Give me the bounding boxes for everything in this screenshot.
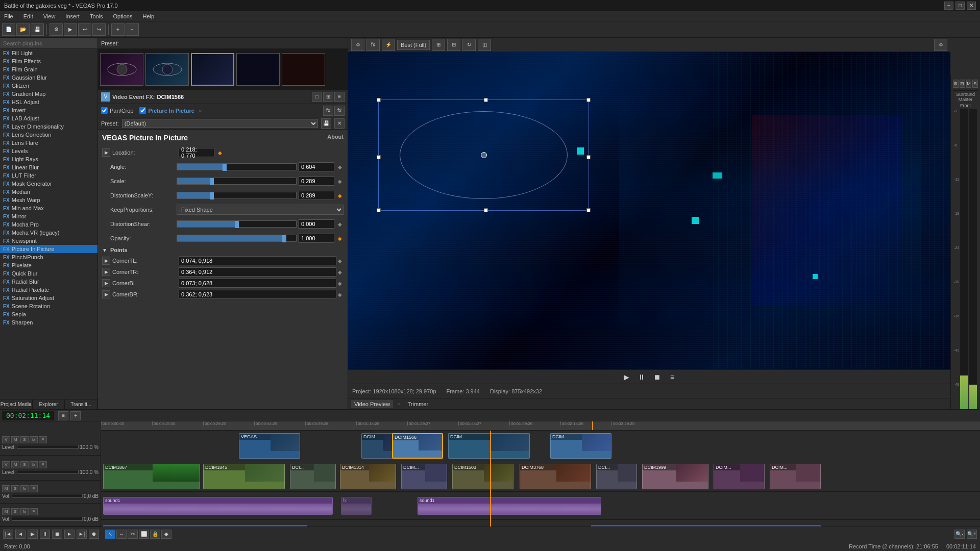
corner-bl-value[interactable]: 0,073; 0,628 (179, 279, 336, 288)
tl-marker-btn[interactable]: ◆ (161, 530, 172, 539)
pip-about[interactable]: About (327, 134, 344, 142)
timeline-add-track-btn[interactable]: + (70, 411, 81, 420)
plugin-fill-light[interactable]: FXFill Light (0, 49, 97, 57)
plugin-levels[interactable]: FXLevels (0, 147, 97, 155)
preview-split-btn[interactable]: ◫ (478, 39, 491, 51)
plugin-pixelate[interactable]: FXPixelate (0, 261, 97, 269)
tl-zoom-out[interactable]: 🔍- (954, 530, 965, 539)
angle-slider[interactable] (177, 163, 297, 170)
clip-dcim1845[interactable]: DCIM1845 (203, 464, 285, 489)
fx-edit-btn[interactable]: fx (334, 106, 345, 116)
pip-handle-tr[interactable] (586, 98, 591, 102)
plugin-light-rays[interactable]: FXLight Rays (0, 155, 97, 163)
plugin-radial-blur[interactable]: FXRadial Blur (0, 278, 97, 286)
scale-keyframe[interactable]: ◆ (336, 178, 344, 185)
tab-video-preview[interactable]: Video Preview (351, 400, 393, 408)
plugin-sharpen[interactable]: FXSharpen (0, 318, 97, 327)
plugin-saturation[interactable]: FXSaturation Adjust (0, 294, 97, 302)
plugin-invert[interactable]: FXInvert (0, 106, 97, 114)
audio-1-more[interactable]: ≡ (30, 485, 38, 492)
audio-1-fx[interactable]: fx (20, 485, 29, 492)
tl-pause-btn[interactable]: ⏸ (40, 530, 50, 539)
dsy-slider-thumb[interactable] (210, 192, 214, 199)
fx-thumb-5[interactable] (282, 53, 325, 86)
surround-btn-3[interactable]: M (966, 80, 972, 88)
plugin-mesh-warp[interactable]: FXMesh Warp (0, 196, 97, 204)
tab-explorer[interactable]: Explorer (33, 399, 65, 409)
track-2-lock[interactable]: S (20, 461, 29, 468)
scale-value[interactable]: 0,289 (299, 177, 334, 186)
plugin-gaussian-blur[interactable]: FXGaussian Blur (0, 73, 97, 82)
zoom-in-button[interactable]: + (111, 23, 125, 36)
plugin-gradient-map[interactable]: FXGradient Map (0, 90, 97, 98)
plugin-mocha-pro[interactable]: FXMocha Pro (0, 220, 97, 229)
audio-2-solo[interactable]: S (11, 508, 19, 515)
op-value[interactable]: 1,000 (299, 234, 334, 243)
corner-br-value[interactable]: 0,362; 0,623 (179, 290, 336, 299)
plugin-lens-flare[interactable]: FXLens Flare (0, 139, 97, 147)
menu-file[interactable]: File (2, 12, 15, 20)
audio-1-mute[interactable]: M (2, 485, 10, 492)
audio-2-fx[interactable]: fx (20, 508, 29, 515)
menu-edit[interactable]: Edit (21, 12, 35, 20)
audio-1-solo[interactable]: S (11, 485, 19, 492)
plugin-scene-rotation[interactable]: FXScene Rotation (0, 302, 97, 310)
fx-keyframe-btn[interactable]: fx (323, 106, 333, 116)
audio-2-vol-slider[interactable] (12, 517, 83, 521)
clip-dci1[interactable]: DCI... (290, 464, 336, 489)
preview-grid-btn[interactable]: ⊞ (432, 39, 445, 51)
tl-next-mark[interactable]: ►| (77, 530, 87, 539)
fx-chain-btn-3[interactable]: ≡ (334, 92, 345, 102)
preview-fx-btn[interactable]: fx (366, 39, 380, 51)
plugin-lens-correction[interactable]: FXLens Correction (0, 131, 97, 139)
plugin-mirror[interactable]: FXMirror (0, 212, 97, 220)
fx-thumb-1[interactable] (100, 53, 143, 86)
audio-clip-fx1[interactable]: fx (341, 497, 372, 515)
pip-selection-box[interactable] (378, 99, 589, 211)
plugin-radial-pixelate[interactable]: FXRadial Pixelate (0, 286, 97, 294)
render-button[interactable]: ▶ (64, 23, 77, 36)
track-1-mute[interactable]: V (2, 436, 10, 443)
track-2-more[interactable]: ≡ (39, 461, 47, 468)
clip-dcim-end1[interactable]: DCIM... (714, 464, 765, 489)
plugin-quick-blur[interactable]: FXQuick Blur (0, 269, 97, 278)
tl-record-btn[interactable]: ⏺ (89, 530, 99, 539)
ds-slider[interactable] (177, 220, 297, 228)
track-2-mute[interactable]: V (2, 461, 10, 468)
location-keyframe[interactable]: ◆ (216, 149, 224, 156)
pip-handle-ml[interactable] (377, 155, 381, 159)
corner-tl-expand[interactable]: ▶ (102, 257, 110, 265)
audio-clip-sound1-2[interactable]: sound1 (418, 497, 601, 515)
plugin-lab-adjust[interactable]: FXLAB Adjust (0, 114, 97, 122)
tl-next-frame[interactable]: ► (64, 530, 75, 539)
pip-handle-mr[interactable] (586, 155, 591, 159)
preview-loop-btn[interactable]: ↻ (462, 39, 476, 51)
audio-clip-song2[interactable]: song (591, 525, 821, 527)
menu-view[interactable]: View (41, 12, 58, 20)
plugin-hsl-adjust[interactable]: FXHSL Adjust (0, 98, 97, 106)
clip-dcim1566[interactable]: DCIM1566 (392, 433, 443, 459)
tab-trimmer[interactable]: Trimmer (405, 400, 432, 408)
op-slider[interactable] (177, 235, 297, 242)
track-2-level-slider[interactable] (17, 470, 79, 474)
pip-handle-bc[interactable] (484, 208, 488, 212)
plugin-mocha-vr[interactable]: FXMocha VR (legacy) (0, 229, 97, 237)
track-2-fx[interactable]: fx (30, 461, 38, 468)
tl-prev-mark[interactable]: |◄ (3, 530, 13, 539)
clip-dcim1503[interactable]: DCIM1503 (452, 464, 513, 489)
tl-snap-btn[interactable]: 🔒 (150, 530, 160, 539)
clip-dcim3768[interactable]: DCIM3768 (520, 464, 591, 489)
plugin-search-input[interactable] (0, 38, 97, 49)
preview-quality-btn[interactable]: ⚡ (382, 39, 395, 51)
fx-thumb-4[interactable] (236, 53, 280, 86)
track-1-lock[interactable]: S (20, 436, 29, 443)
clip-dcim1314[interactable]: DCIM1314 (340, 464, 396, 489)
fx-thumb-2[interactable] (145, 53, 189, 86)
preview-snap-btn[interactable]: ⊟ (447, 39, 460, 51)
plugin-glitzerr[interactable]: FXGlitzerr (0, 82, 97, 90)
plugin-newsprint[interactable]: FXNewsprint (0, 237, 97, 245)
clip-dcim-mid[interactable]: DCIM... (401, 464, 447, 489)
clip-dcim1999[interactable]: DCIM1999 (642, 464, 708, 489)
ds-slider-thumb[interactable] (235, 221, 239, 228)
audio-2-more[interactable]: ≡ (30, 508, 38, 515)
